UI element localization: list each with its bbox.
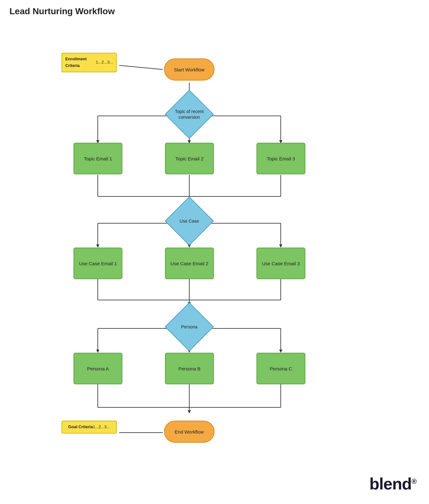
enrollment-title: Enrollment Criteria [65, 56, 96, 69]
page-title: Lead Nurturing Workflow [0, 0, 429, 23]
goal-note: Goal Criteria 1... 2... 3... [62, 421, 117, 434]
goal-title: Goal Criteria [68, 424, 93, 430]
persona-decision-node: Persona [167, 305, 211, 349]
topic-email-2-node: Topic Email 2 [165, 143, 214, 174]
svg-marker-34 [96, 350, 99, 353]
svg-marker-46 [188, 410, 191, 413]
topic-decision-node: Topic of recent conversion [167, 92, 211, 136]
brand-logo: blend® [369, 474, 416, 493]
persona-b-node: Persona B [165, 353, 214, 384]
persona-c-node: Persona C [256, 353, 305, 384]
persona-a-node: Persona A [73, 353, 122, 384]
topic-email-1-node: Topic Email 1 [73, 143, 122, 174]
use-case-email-2-node: Use Case Email 2 [165, 248, 214, 279]
start-workflow-node: Start Workflow [164, 58, 214, 81]
end-workflow-node: End Workflow [164, 421, 214, 443]
topic-email-3-node: Topic Email 3 [256, 143, 305, 174]
svg-marker-19 [96, 244, 99, 248]
svg-marker-24 [279, 244, 282, 248]
svg-line-47 [119, 65, 163, 69]
enrollment-note: Enrollment Criteria 1... 2... 3... [62, 53, 117, 72]
use-case-email-3-node: Use Case Email 3 [256, 248, 305, 279]
diagram-container: Enrollment Criteria 1... 2... 3... Start… [0, 23, 429, 503]
svg-marker-39 [279, 350, 282, 353]
use-case-decision-node: Use Case [167, 199, 211, 243]
use-case-email-1-node: Use Case Email 1 [73, 248, 122, 279]
